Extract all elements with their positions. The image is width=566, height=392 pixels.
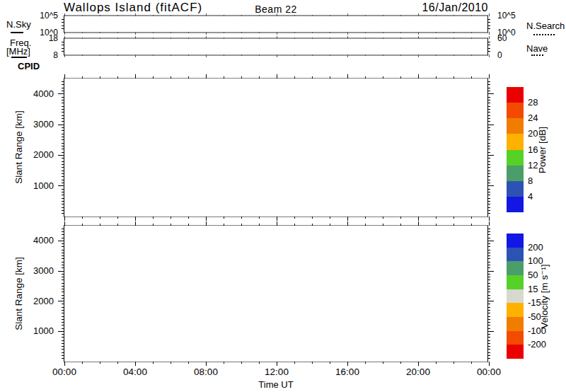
tick-mark <box>100 38 100 39</box>
tick-mark <box>487 173 490 174</box>
tick-mark <box>471 54 472 56</box>
tick-mark <box>171 224 171 226</box>
tick-mark <box>471 15 472 16</box>
tick-mark <box>62 337 64 338</box>
tick-mark <box>62 183 64 183</box>
colorbar-tick-label: 50 <box>528 270 538 281</box>
freq-solid-line-legend <box>11 57 27 58</box>
tick-mark <box>153 38 154 39</box>
tick-mark <box>436 54 437 56</box>
tick-mark <box>62 265 64 265</box>
tick-mark <box>117 38 118 39</box>
axis-tick-label: 10^5 <box>40 11 58 21</box>
tick-mark <box>487 295 490 296</box>
tick-mark <box>454 217 454 219</box>
tick-mark <box>487 241 494 241</box>
tick-mark <box>487 195 490 195</box>
tick-mark <box>62 316 64 317</box>
nsky-solid-line-legend <box>11 32 23 33</box>
tick-mark <box>418 217 419 221</box>
tick-mark <box>487 149 490 149</box>
tick-mark <box>294 54 295 56</box>
tick-mark <box>487 340 490 341</box>
tick-mark <box>487 125 494 125</box>
tick-mark <box>294 224 295 226</box>
tick-mark <box>62 146 64 146</box>
tick-mark <box>224 15 224 16</box>
tick-mark <box>471 362 472 364</box>
tick-mark <box>62 103 64 103</box>
tick-mark <box>277 221 277 226</box>
tick-mark <box>487 48 490 49</box>
tick-mark <box>188 32 189 33</box>
date-label: 16/Jan/2010 <box>422 1 488 14</box>
colorbar-tick-label: 8 <box>528 175 533 187</box>
tick-mark <box>58 301 64 301</box>
tick-mark <box>294 15 295 16</box>
tick-mark <box>383 217 383 219</box>
tick-mark <box>62 325 64 325</box>
tick-mark <box>171 15 171 16</box>
tick-mark <box>62 19 64 20</box>
tick-mark <box>259 54 260 56</box>
tick-mark <box>489 362 490 366</box>
tick-mark <box>135 217 136 221</box>
tick-mark <box>82 15 83 16</box>
tick-mark <box>259 362 260 364</box>
tick-mark <box>365 224 366 226</box>
tick-mark <box>188 76 189 79</box>
tick-mark <box>62 298 64 299</box>
tick-mark <box>62 229 64 229</box>
tick-mark <box>454 54 454 56</box>
tick-mark <box>241 38 242 39</box>
colorbar-segment <box>507 150 524 166</box>
tick-mark <box>224 54 224 56</box>
tick-mark <box>436 362 437 364</box>
tick-mark <box>454 224 454 226</box>
tick-mark <box>487 250 490 250</box>
tick-mark <box>383 362 383 364</box>
tick-mark <box>64 32 65 35</box>
tick-mark <box>62 88 64 88</box>
tick-mark <box>62 42 64 42</box>
tick-mark <box>330 362 330 364</box>
tick-mark <box>294 362 295 364</box>
tick-mark <box>312 362 313 364</box>
tick-mark <box>487 84 490 85</box>
tick-mark <box>171 76 171 79</box>
tick-mark <box>171 217 171 219</box>
tick-mark <box>383 38 383 39</box>
tick-mark <box>400 32 401 33</box>
tick-mark <box>487 243 490 244</box>
tick-mark <box>487 201 490 202</box>
colorbar-segment <box>507 261 524 275</box>
tick-mark <box>62 328 64 329</box>
tick-mark <box>487 91 490 91</box>
tick-mark <box>330 76 330 79</box>
tick-mark <box>153 217 154 219</box>
tick-mark <box>117 224 118 226</box>
axis-tick-label: 12:00 <box>265 367 289 377</box>
axis-tick-label: 60 <box>497 33 507 43</box>
tick-mark <box>277 74 277 79</box>
tick-mark <box>294 76 295 79</box>
tick-mark <box>241 76 242 79</box>
tick-mark <box>436 38 437 39</box>
axis-tick-label: 08:00 <box>194 367 218 377</box>
tick-mark <box>487 171 490 171</box>
tick-mark <box>277 13 277 16</box>
tick-mark <box>400 362 401 364</box>
tick-mark <box>62 346 64 347</box>
tick-mark <box>62 238 64 238</box>
tick-mark <box>62 115 64 116</box>
nave-dotted-line-legend <box>531 54 543 56</box>
tick-mark <box>487 277 490 277</box>
tick-mark <box>294 32 295 33</box>
axis-tick-label: 8 <box>53 50 58 60</box>
tick-mark <box>62 283 64 284</box>
tick-mark <box>454 76 454 79</box>
tick-mark <box>62 231 64 232</box>
tick-mark <box>487 185 494 186</box>
tick-mark <box>62 286 64 287</box>
tick-mark <box>62 313 64 313</box>
